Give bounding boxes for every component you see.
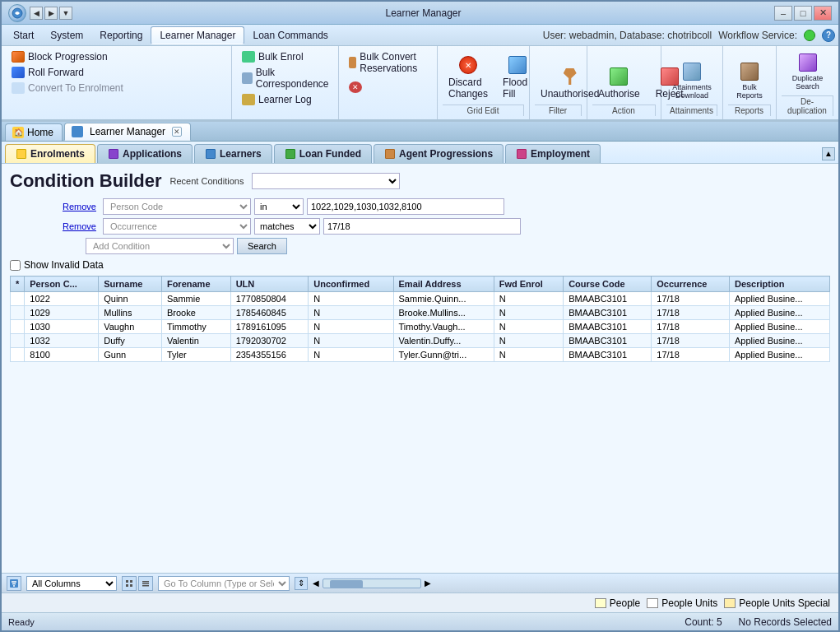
- discard-changes-btn[interactable]: ✕ Discard Changes: [443, 52, 494, 103]
- collapse-btn[interactable]: ▲: [822, 147, 835, 160]
- tab-home[interactable]: 🏠 Home: [5, 123, 63, 141]
- remove-condition-1[interactable]: Remove: [63, 202, 96, 211]
- cell-description: Applied Busine...: [729, 306, 829, 320]
- cell-course-code: BMAABC3101: [564, 306, 652, 320]
- grid-icon-1[interactable]: [122, 576, 137, 591]
- grid-icons: [122, 576, 153, 591]
- attainments-download-btn[interactable]: Attainments Download: [666, 58, 717, 103]
- add-condition-select[interactable]: Add Condition: [86, 238, 234, 254]
- duplicate-search-btn[interactable]: Duplicate Search: [782, 49, 833, 94]
- bulk-convert-btn[interactable]: Bulk Convert Reservations: [344, 49, 432, 76]
- recent-conditions-select[interactable]: [252, 173, 400, 189]
- menu-reporting[interactable]: Reporting: [91, 27, 151, 44]
- horizontal-scrollbar[interactable]: [323, 579, 421, 588]
- cell-email: Timothy.Vaugh...: [393, 320, 494, 334]
- duplicate-search-label: Duplicate Search: [787, 74, 828, 91]
- cond2-field-select[interactable]: Occurrence: [103, 218, 251, 235]
- subtab-employment-label: Employment: [531, 148, 590, 160]
- subtab-applications[interactable]: Applications: [97, 144, 193, 163]
- all-columns-select[interactable]: All Columns: [26, 576, 117, 591]
- cell-course-code: BMAABC3101: [564, 348, 652, 362]
- block-progression-label: Block Progression: [28, 51, 108, 63]
- cell-star: [11, 334, 25, 348]
- cell-forename: Valentin: [161, 334, 230, 348]
- cond1-op-select[interactable]: in matches equals: [254, 198, 304, 215]
- cond2-op-select[interactable]: matches in equals: [254, 218, 320, 235]
- app-window: ◀ ▶ ▼ Learner Manager – □ ✕ Start System…: [0, 0, 840, 632]
- tab-lm-close[interactable]: ✕: [172, 127, 182, 137]
- table-row[interactable]: 1030VaughnTimmothy1789161095NTimothy.Vau…: [11, 320, 830, 334]
- grid-header-row: * Person C... Surname Forename ULN Uncon…: [11, 276, 830, 292]
- subtab-agent-progressions[interactable]: Agent Progressions: [374, 144, 504, 163]
- grid-icon-2[interactable]: [138, 576, 153, 591]
- svg-rect-11: [142, 585, 149, 587]
- quick-access-1[interactable]: ◀: [30, 7, 43, 20]
- cond1-field-select[interactable]: Person Code: [103, 198, 251, 215]
- subtab-employment[interactable]: Employment: [505, 144, 601, 163]
- menu-loan-commands[interactable]: Loan Commands: [244, 27, 336, 44]
- go-to-column-select[interactable]: Go To Column (Type or Select): [158, 576, 290, 591]
- cell-fwd-enrol: N: [494, 292, 563, 306]
- bulk-reports-btn[interactable]: Bulk Reports: [728, 58, 771, 103]
- bulk-correspondence-btn[interactable]: Bulk Correspondence: [237, 65, 336, 91]
- agent-progressions-icon: [384, 148, 396, 160]
- block-progression-btn[interactable]: Block Progression: [7, 49, 113, 64]
- learner-log-label: Learner Log: [258, 94, 312, 105]
- adjust-btn[interactable]: ⇕: [295, 577, 308, 590]
- close-button[interactable]: ✕: [814, 6, 832, 21]
- legend-people: People: [595, 597, 640, 609]
- subtab-enrolments[interactable]: Enrolments: [5, 144, 95, 163]
- search-button[interactable]: Search: [237, 238, 287, 254]
- help-icon[interactable]: ?: [822, 29, 835, 42]
- cell-occurrence: 17/18: [652, 320, 730, 334]
- col-header-description: Description: [729, 276, 829, 292]
- condition-row-2: Remove Occurrence matches in equals: [10, 218, 830, 235]
- table-row[interactable]: 1029MullinsBrooke1785460845NBrooke.Mulli…: [11, 306, 830, 320]
- scroll-right-btn[interactable]: ▶: [425, 579, 431, 588]
- block-progression-icon: [12, 51, 25, 63]
- attainments-label: Attainments: [666, 105, 717, 116]
- close-x-icon: ✕: [349, 81, 362, 93]
- menu-start[interactable]: Start: [5, 27, 42, 44]
- quick-access-2[interactable]: ▶: [44, 7, 58, 20]
- cond2-value-input[interactable]: [323, 218, 521, 235]
- table-row[interactable]: 8100GunnTyler2354355156NTyler.Gunn@tri..…: [11, 348, 830, 362]
- bottom-right: Count: 5 No Records Selected: [685, 616, 832, 628]
- close-x-btn[interactable]: ✕: [344, 80, 432, 95]
- svg-rect-7: [126, 584, 128, 587]
- subtab-loan-funded[interactable]: Loan Funded: [274, 144, 372, 163]
- subtab-bar: Enrolments Applications Learners Loan Fu…: [2, 142, 838, 164]
- legend-people-units-special: People Units Special: [724, 597, 830, 609]
- maximize-button[interactable]: □: [794, 6, 812, 21]
- add-condition-row: Add Condition Search: [10, 238, 830, 254]
- authorise-btn[interactable]: Authorise: [592, 63, 646, 103]
- cond1-value-input[interactable]: [307, 198, 504, 215]
- cell-unconfirmed: N: [309, 348, 393, 362]
- show-invalid-checkbox[interactable]: [10, 260, 21, 271]
- roll-forward-btn[interactable]: Roll Forward: [7, 65, 89, 80]
- bulk-convert-label: Bulk Convert Reservations: [360, 51, 427, 74]
- table-row[interactable]: 1022QuinnSammie1770850804NSammie.Quinn..…: [11, 292, 830, 306]
- quick-access-3[interactable]: ▼: [59, 7, 72, 20]
- menu-system[interactable]: System: [42, 27, 91, 44]
- learner-log-btn[interactable]: Learner Log: [237, 92, 336, 107]
- recent-conditions-label: Recent Conditions: [170, 176, 244, 186]
- grid-edit-label: Grid Edit: [443, 105, 524, 116]
- scroll-area: ◀ ▶: [313, 579, 833, 588]
- col-header-email: Email Address: [393, 276, 494, 292]
- scroll-left-btn[interactable]: ◀: [313, 579, 319, 588]
- unauthorised-icon: [560, 67, 580, 86]
- status-icon-1[interactable]: [7, 576, 21, 591]
- table-row[interactable]: 1032DuffyValentin1792030702NValentin.Duf…: [11, 334, 830, 348]
- tab-learner-manager[interactable]: Learner Manager ✕: [64, 123, 191, 141]
- minimize-button[interactable]: –: [774, 6, 792, 21]
- subtab-applications-label: Applications: [123, 148, 182, 160]
- subtab-learners[interactable]: Learners: [194, 144, 272, 163]
- bulk-enrol-btn[interactable]: Bulk Enrol: [237, 49, 336, 64]
- menu-learner-manager[interactable]: Learner Manager: [151, 26, 244, 44]
- cell-forename: Sammie: [161, 292, 230, 306]
- remove-condition-2[interactable]: Remove: [63, 221, 96, 231]
- col-header-uln: ULN: [230, 276, 309, 292]
- filter-icon-small: [9, 579, 19, 588]
- employment-icon: [516, 148, 527, 160]
